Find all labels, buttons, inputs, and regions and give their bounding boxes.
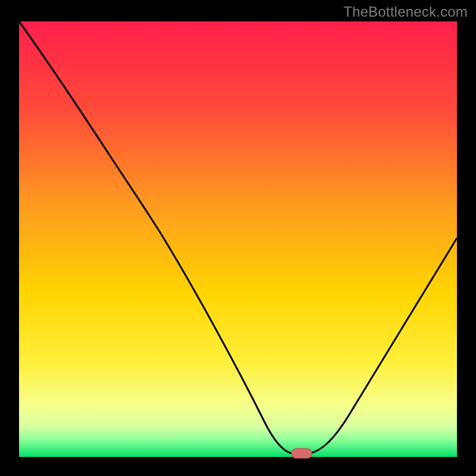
- chart-frame: TheBottleneck.com: [0, 0, 476, 476]
- plot-area: [19, 21, 457, 457]
- optimum-marker: [292, 449, 312, 458]
- watermark-text: TheBottleneck.com: [343, 4, 468, 20]
- chart-svg: [0, 0, 476, 476]
